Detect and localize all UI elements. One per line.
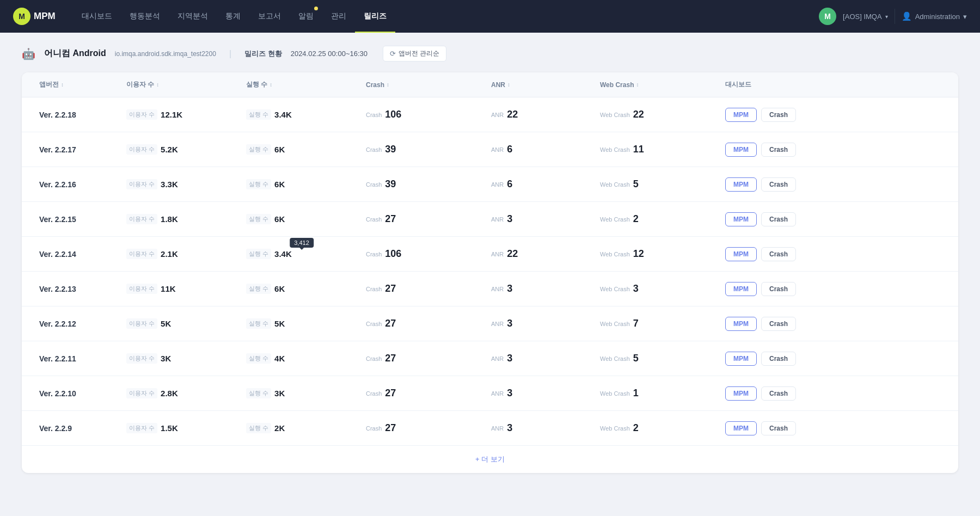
mpm-button[interactable]: MPM	[725, 352, 757, 366]
cell-execs: 실행 수3.4K3,412	[242, 242, 362, 266]
nav-item-대시보드[interactable]: 대시보드	[73, 0, 121, 33]
mpm-button[interactable]: MPM	[725, 212, 757, 226]
crash-count: 27	[385, 353, 396, 364]
user-label: 이용자 수	[126, 353, 157, 364]
th-ANR[interactable]: ANR↕	[487, 72, 596, 97]
crash-button[interactable]: Crash	[761, 143, 796, 157]
table-row: Ver. 2.2.15이용자 수1.8K실행 수6KCrash27ANR3Web…	[22, 202, 958, 237]
exec-value: 2K	[274, 423, 285, 433]
cell-crash: Crash39	[362, 172, 487, 196]
crash-label: Crash	[366, 390, 382, 397]
mpm-button[interactable]: MPM	[725, 317, 757, 331]
anr-label: ANR	[491, 286, 504, 292]
mpm-button[interactable]: MPM	[725, 247, 757, 261]
nav-item-지역분석[interactable]: 지역분석	[169, 0, 217, 33]
mpm-button[interactable]: MPM	[725, 143, 757, 157]
crash-count: 27	[385, 213, 396, 225]
exec-label: 실행 수	[246, 214, 271, 224]
cell-anr: ANR22	[487, 242, 596, 266]
nav-logo[interactable]: M MPM	[13, 8, 56, 25]
load-more-button[interactable]: + 더 보기	[22, 446, 958, 473]
cell-anr: ANR3	[487, 311, 596, 336]
nav-badge	[314, 7, 318, 10]
user-label: 이용자 수	[126, 318, 157, 329]
th-실행 수[interactable]: 실행 수↕	[242, 72, 362, 97]
exec-value: 3K	[274, 389, 285, 398]
exec-label: 실행 수	[246, 353, 271, 364]
versions-table: 앱버전↕이용자 수↕실행 수↕Crash↕ANR↕Web Crash↕대시보드 …	[22, 72, 958, 473]
nav-item-통계[interactable]: 통계	[217, 0, 249, 33]
crash-button[interactable]: Crash	[761, 352, 796, 366]
crash-button[interactable]: Crash	[761, 421, 796, 435]
cell-version: Ver. 2.2.11	[35, 348, 122, 370]
cell-execs: 실행 수3K	[242, 382, 362, 405]
mpm-button[interactable]: MPM	[725, 282, 757, 296]
crash-button[interactable]: Crash	[761, 317, 796, 331]
anr-label: ANR	[491, 321, 504, 327]
cell-anr: ANR3	[487, 346, 596, 371]
version-value: Ver. 2.2.15	[39, 215, 76, 224]
webcr-count: 3	[633, 283, 639, 294]
webcr-count: 1	[633, 388, 639, 399]
exec-value: 6K	[274, 284, 285, 293]
webcr-count: 2	[633, 213, 639, 225]
nav-item-알림[interactable]: 알림	[290, 0, 322, 33]
th-Web Crash[interactable]: Web Crash↕	[596, 72, 721, 97]
nav-item-릴리즈[interactable]: 릴리즈	[355, 0, 395, 33]
webcr-label: Web Crash	[600, 181, 630, 188]
mpm-button[interactable]: MPM	[725, 386, 757, 401]
avatar: M	[819, 8, 836, 25]
version-value: Ver. 2.2.13	[39, 285, 76, 293]
nav-item-보고서[interactable]: 보고서	[249, 0, 290, 33]
anr-label: ANR	[491, 216, 504, 223]
user-label: 이용자 수	[126, 179, 157, 189]
version-mgmt-button[interactable]: ⟳ 앱버전 관리순	[383, 46, 446, 62]
anr-count: 3	[507, 213, 512, 225]
cell-crash: Crash39	[362, 137, 487, 162]
exec-value: 6K	[274, 145, 285, 154]
cell-execs: 실행 수3.4K	[242, 103, 362, 126]
crash-button[interactable]: Crash	[761, 247, 796, 261]
app-name: 어니컴 Android	[44, 48, 106, 59]
crash-button[interactable]: Crash	[761, 108, 796, 122]
release-label: 밀리즈 현황	[244, 49, 282, 59]
main-content: 🤖 어니컴 Android io.imqa.android.sdk.imqa_t…	[0, 33, 980, 486]
mpm-button[interactable]: MPM	[725, 177, 757, 192]
user-value: 5.2K	[161, 145, 178, 154]
crash-button[interactable]: Crash	[761, 177, 796, 192]
mpm-button[interactable]: MPM	[725, 108, 757, 122]
cell-crash: Crash106	[362, 242, 487, 266]
refresh-icon: ⟳	[390, 50, 396, 58]
cell-version: Ver. 2.2.18	[35, 104, 122, 126]
th-Crash[interactable]: Crash↕	[362, 72, 487, 97]
cell-webcrash: Web Crash12	[596, 242, 721, 266]
table-row: Ver. 2.2.17이용자 수5.2K실행 수6KCrash39ANR6Web…	[22, 132, 958, 167]
version-value: Ver. 2.2.9	[39, 424, 72, 433]
webcr-label: Web Crash	[600, 216, 630, 223]
crash-label: Crash	[366, 146, 382, 153]
admin-menu[interactable]: 👤 Administration ▾	[902, 11, 967, 21]
crash-button[interactable]: Crash	[761, 282, 796, 296]
table-row: Ver. 2.2.12이용자 수5K실행 수5KCrash27ANR3Web C…	[22, 306, 958, 341]
logo-icon: M	[13, 8, 30, 25]
nav-item-관리[interactable]: 관리	[322, 0, 355, 33]
exec-value: 6K	[274, 180, 285, 189]
nav-item-행동분석[interactable]: 행동분석	[121, 0, 169, 33]
th-이용자 수[interactable]: 이용자 수↕	[122, 72, 242, 97]
account-selector[interactable]: [AOS] IMQA ▾	[843, 13, 888, 21]
user-value: 3.3K	[161, 180, 178, 189]
th-앱버전[interactable]: 앱버전↕	[35, 72, 122, 97]
cell-anr: ANR6	[487, 172, 596, 196]
crash-count: 39	[385, 179, 396, 190]
crash-button[interactable]: Crash	[761, 212, 796, 226]
cell-version: Ver. 2.2.14	[35, 243, 122, 265]
cell-users: 이용자 수5K	[122, 312, 242, 335]
anr-count: 22	[507, 109, 518, 120]
table-row: Ver. 2.2.14이용자 수2.1K실행 수3.4K3,412Crash10…	[22, 237, 958, 272]
version-value: Ver. 2.2.11	[39, 354, 76, 363]
crash-button[interactable]: Crash	[761, 386, 796, 401]
sort-icon: ↕	[156, 82, 159, 88]
cell-execs: 실행 수6K	[242, 277, 362, 300]
exec-label: 실행 수	[246, 109, 271, 120]
mpm-button[interactable]: MPM	[725, 421, 757, 435]
